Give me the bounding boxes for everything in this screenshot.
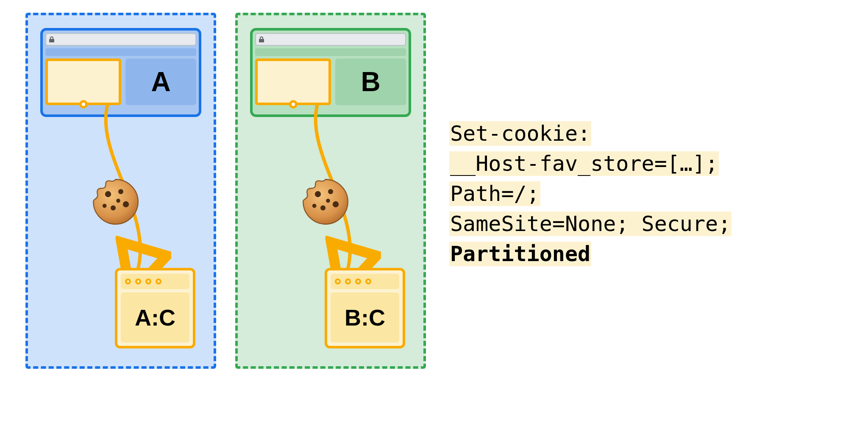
tab-strip [255,48,406,56]
jar-partition-key-a: A:C [121,292,189,342]
embedded-frame-a [45,58,121,105]
cookie-icon [300,176,351,227]
svg-point-11 [326,199,330,203]
connection-origin-dot [79,100,88,109]
svg-point-2 [123,201,129,207]
svg-point-9 [320,205,326,210]
embedded-frame-b [255,58,331,105]
top-level-site-label-b: B [335,58,406,105]
browser-window-a: A [40,28,201,117]
lock-icon [259,36,264,43]
code-line-3: Path=/; [449,181,540,206]
svg-point-4 [103,204,107,208]
jar-titlebar-dots [121,274,189,289]
address-bar [255,33,406,46]
code-line-4: SameSite=None; Secure; [449,212,732,236]
svg-point-5 [116,199,120,203]
top-level-site-label-a: A [125,58,196,105]
tab-strip [45,48,196,56]
lock-icon [49,36,55,43]
code-line-2: __Host-fav_store=[…]; [449,151,719,176]
partition-b: B [235,13,426,369]
address-bar [45,33,196,46]
svg-point-6 [315,191,321,197]
svg-point-0 [105,191,111,197]
cookie-icon [90,176,141,227]
browser-window-b: B [250,28,411,117]
jar-partition-key-b: B:C [331,292,399,342]
code-line-5-partitioned: Partitioned [449,242,591,266]
cookie-jar-a: A:C [115,268,195,348]
diagram-root: A [0,0,868,426]
svg-point-7 [328,189,333,194]
jar-titlebar-dots [331,274,399,289]
partition-a: A [25,13,216,369]
svg-point-10 [312,204,317,208]
code-line-1: Set-cookie: [449,121,591,146]
svg-point-1 [118,189,123,194]
svg-point-8 [333,201,339,207]
cookie-flow-arrow-a [78,104,171,282]
set-cookie-header-example: Set-cookie: __Host-fav_store=[…]; Path=/… [449,119,732,269]
cookie-flow-arrow-b [288,104,381,282]
cookie-jar-b: B:C [325,268,405,348]
svg-point-3 [111,205,116,210]
connection-origin-dot [289,100,298,109]
